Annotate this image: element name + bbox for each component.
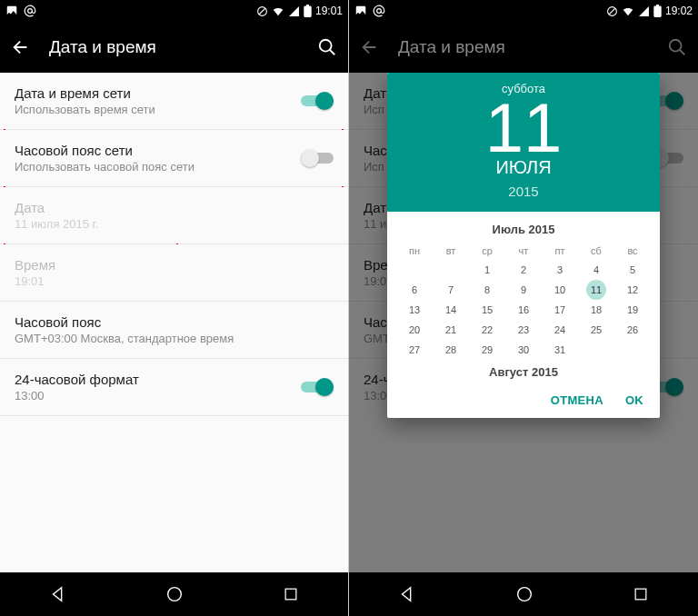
setting-date: Дата 11 июля 2015 г. [0, 187, 348, 243]
signal-icon [638, 5, 650, 17]
calendar-dow-cell: чт [505, 242, 542, 260]
page-title: Дата и время [398, 37, 505, 57]
setting-title: Дата [15, 200, 334, 215]
calendar-day-cell[interactable]: 23 [505, 320, 542, 340]
setting-24h-format[interactable]: 24-часовой формат 13:00 [0, 359, 348, 415]
no-sim-icon [606, 5, 618, 17]
setting-title: Дата и время сети [15, 85, 301, 101]
calendar-day-cell[interactable]: 29 [469, 340, 505, 360]
nav-recent-icon[interactable] [632, 585, 650, 603]
image-icon [5, 5, 18, 17]
setting-subtitle: GMT+03:00 Москва, стандартное время [15, 332, 334, 345]
setting-subtitle: 19:01 [15, 274, 334, 288]
setting-title: 24-часовой формат [15, 372, 301, 387]
nav-home-icon[interactable] [514, 584, 534, 604]
calendar-day-cell[interactable]: 16 [505, 300, 542, 320]
calendar-day-cell[interactable]: 12 [614, 280, 651, 300]
back-icon [360, 37, 380, 57]
signal-icon [288, 5, 300, 17]
calendar-dow-cell: ср [469, 242, 505, 260]
setting-network-timezone[interactable]: Часовой пояс сети Использовать часовой п… [0, 130, 348, 186]
calendar-day-cell[interactable]: 25 [578, 320, 614, 340]
setting-title: Часовой пояс [15, 314, 334, 330]
setting-title: Часовой пояс сети [15, 143, 301, 158]
toggle-network-timezone[interactable] [301, 149, 334, 167]
calendar-day-cell[interactable]: 5 [614, 260, 651, 280]
calendar-day-cell[interactable]: 4 [578, 260, 614, 280]
setting-title: Время [15, 257, 334, 273]
calendar-days-grid: ..12345678910111213141516171819202122232… [396, 260, 651, 360]
calendar-day-cell[interactable]: 28 [433, 340, 469, 360]
settings-list-dimmed: ДатИсп ЧасИсп Дат11 и Врем19:02 ЧасGMT+ … [349, 73, 698, 572]
calendar-day-cell[interactable]: 14 [433, 300, 469, 320]
calendar: Июль 2015 пнвтсрчтптсбвс ..1234567891011… [387, 212, 660, 384]
calendar-day-cell[interactable]: 8 [469, 280, 505, 300]
calendar-dow-cell: сб [578, 242, 614, 260]
calendar-day-cell[interactable]: 6 [396, 280, 433, 300]
calendar-day-cell[interactable]: 30 [505, 340, 542, 360]
calendar-dow-cell: пн [396, 242, 433, 260]
setting-subtitle: Использовать время сети [15, 103, 301, 116]
status-bar: 19:01 [0, 0, 348, 22]
cancel-button[interactable]: ОТМЕНА [551, 393, 603, 407]
setting-time: Время 19:01 [0, 244, 348, 301]
status-time: 19:01 [315, 5, 343, 17]
calendar-day-cell[interactable]: 26 [614, 320, 651, 340]
toggle-network-datetime[interactable] [301, 92, 334, 110]
calendar-day-cell[interactable]: 24 [542, 320, 578, 340]
calendar-day-cell[interactable]: 10 [542, 280, 578, 300]
calendar-day-cell[interactable]: 3 [542, 260, 578, 280]
nav-bar [349, 572, 698, 616]
setting-timezone[interactable]: Часовой пояс GMT+03:00 Москва, стандартн… [0, 302, 348, 358]
svg-point-2 [320, 40, 332, 52]
calendar-day-cell[interactable]: 31 [542, 340, 578, 360]
svg-rect-9 [635, 589, 646, 600]
calendar-day-cell[interactable]: 21 [433, 320, 469, 340]
calendar-day-cell[interactable]: 18 [578, 300, 614, 320]
nav-home-icon[interactable] [165, 584, 184, 604]
calendar-day-cell[interactable]: 22 [469, 320, 505, 340]
calendar-day-cell[interactable]: 1 [469, 260, 505, 280]
picker-year[interactable]: 2015 [387, 184, 660, 199]
app-bar: Дата и время [349, 22, 698, 73]
calendar-dow-cell: вт [433, 242, 469, 260]
search-icon[interactable] [317, 37, 337, 57]
image-icon [354, 5, 367, 17]
left-screenshot: 19:01 Дата и время Дата и время сети Исп… [0, 0, 349, 616]
setting-network-datetime[interactable]: Дата и время сети Использовать время сет… [0, 73, 348, 129]
calendar-day-cell[interactable]: 2 [505, 260, 542, 280]
calendar-day-cell[interactable]: 27 [396, 340, 433, 360]
right-screenshot: 19:02 Дата и время ДатИсп ЧасИсп Дат11 и… [349, 0, 698, 616]
calendar-day-cell[interactable]: 11 [578, 280, 614, 300]
calendar-day-cell[interactable]: 7 [433, 280, 469, 300]
calendar-day-cell[interactable]: 17 [542, 300, 578, 320]
nav-recent-icon[interactable] [282, 585, 300, 603]
at-icon [373, 5, 385, 17]
calendar-dow-cell: пт [542, 242, 578, 260]
svg-point-3 [168, 588, 182, 601]
nav-back-icon[interactable] [397, 584, 417, 604]
calendar-day-cell[interactable]: 20 [396, 320, 433, 340]
calendar-dow-cell: вс [614, 242, 651, 260]
battery-icon [304, 5, 312, 17]
back-icon[interactable] [11, 37, 31, 57]
wifi-icon [622, 5, 634, 17]
picker-month: ИЮЛЯ [387, 157, 660, 178]
calendar-day-cell[interactable]: 15 [469, 300, 505, 320]
no-sim-icon [256, 5, 268, 17]
status-bar: 19:02 [349, 0, 698, 22]
page-title: Дата и время [49, 37, 156, 57]
svg-point-7 [670, 40, 682, 52]
calendar-day-cell[interactable]: 9 [505, 280, 542, 300]
svg-rect-4 [285, 589, 296, 600]
setting-subtitle: 11 июля 2015 г. [15, 217, 334, 231]
svg-point-8 [518, 588, 532, 601]
date-picker-dialog: суббота 11 ИЮЛЯ 2015 Июль 2015 пнвтсрчтп… [387, 73, 660, 418]
calendar-day-cell[interactable]: 19 [614, 300, 651, 320]
calendar-day-cell[interactable]: 13 [396, 300, 433, 320]
nav-bar [0, 572, 348, 616]
nav-back-icon[interactable] [48, 584, 68, 604]
toggle-24h[interactable] [301, 378, 334, 396]
ok-button[interactable]: OK [625, 393, 643, 407]
setting-subtitle: Использовать часовой пояс сети [15, 160, 301, 174]
